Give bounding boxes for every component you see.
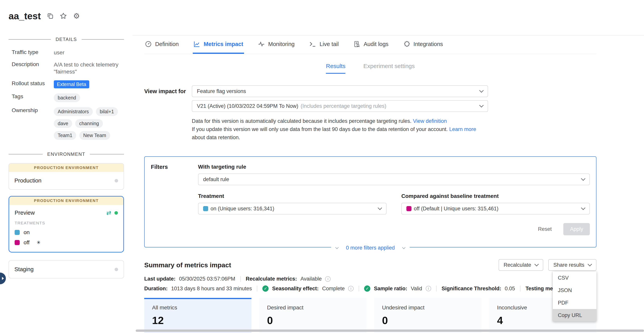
seasonality-label: Seasonality effect: [272, 286, 319, 292]
chevron-down-icon [581, 176, 586, 181]
treatment-off-label: off [24, 240, 30, 246]
significance-threshold-value: 0.05 [505, 286, 515, 292]
metric-summary-cards: All metrics 12 Desired impact 0 Undesire… [144, 298, 596, 333]
treatment-on-swatch [203, 206, 208, 211]
tab-label: Definition [155, 41, 179, 48]
star-icon[interactable] [60, 12, 67, 20]
divider [257, 286, 257, 292]
version-note-line1: Data for this version is automatically c… [192, 117, 488, 125]
view-impact-section: View impact for Feature flag versions V2… [144, 86, 596, 142]
filters-panel: Filters With targeting rule default rule… [144, 156, 596, 248]
recalculate-button[interactable]: Recalculate [498, 259, 543, 271]
summary-heading: Summary of metrics impact [144, 261, 231, 269]
learn-more-link[interactable]: Learn more [449, 126, 476, 132]
menu-item-csv[interactable]: CSV [553, 272, 596, 284]
targeting-rule-select[interactable]: default rule [198, 174, 590, 185]
subtab-experiment-settings[interactable]: Experiment settings [363, 63, 414, 74]
last-update-value: 05/30/2025 03:57:06PM [179, 276, 235, 282]
metric-card-value: 0 [382, 314, 474, 326]
version-select[interactable]: V21 (Active) (10/03/2022 04:59PM To Now)… [192, 100, 488, 112]
version-type-value: Feature flag versions [197, 88, 246, 94]
metrics-summary-section: Summary of metrics impact Recalculate Sh… [144, 259, 596, 333]
divider [240, 276, 241, 282]
info-icon[interactable]: i [348, 286, 354, 291]
tab-monitoring[interactable]: Monitoring [257, 36, 295, 54]
gear-icon[interactable]: ⚙ [73, 12, 80, 20]
copy-icon[interactable] [47, 13, 54, 19]
chevron-down-icon [534, 262, 539, 266]
divider [359, 286, 359, 292]
menu-item-copy-url[interactable]: Copy URL [553, 309, 596, 322]
reset-button[interactable]: Reset [538, 226, 552, 232]
last-update-label: Last update: [144, 276, 176, 282]
tab-definition[interactable]: Definition [144, 36, 180, 54]
field-traffic-type: Traffic type user [12, 49, 124, 56]
description-label: Description [12, 61, 54, 75]
owner-pill: dave [54, 119, 72, 128]
filters-heading: Filters [151, 164, 198, 235]
traffic-type-label: Traffic type [12, 49, 54, 56]
details-sidebar: DETAILS Traffic type user Description A/… [0, 35, 132, 333]
tab-metrics-impact[interactable]: Metrics impact [193, 36, 244, 54]
owner-pill: Team1 [54, 131, 76, 140]
menu-item-json[interactable]: JSON [553, 284, 596, 296]
swap-arrows-icon: ⇄ [106, 210, 111, 216]
note1-text: Data for this version is automatically c… [192, 118, 412, 124]
owner-pill: New Team [79, 131, 110, 140]
environment-name: Preview [14, 210, 35, 216]
targeting-rule-value: default rule [203, 176, 229, 182]
info-icon[interactable]: i [325, 276, 330, 282]
chevron-down-icon [581, 206, 586, 210]
metric-card-undesired-impact[interactable]: Undesired impact 0 [374, 298, 482, 333]
page-title: aa_test [8, 11, 41, 22]
tab-label: Metrics impact [204, 41, 243, 48]
menu-item-pdf[interactable]: PDF [553, 296, 596, 309]
tab-label: Integrations [414, 41, 443, 48]
share-results-label: Share results [553, 262, 584, 268]
chevron-down-icon [335, 246, 338, 249]
traffic-type-value: user [54, 49, 64, 56]
environment-card-production[interactable]: PRODUCTION ENVIRONMENT Production [8, 163, 124, 190]
chevron-down-icon [479, 103, 484, 108]
share-results-button[interactable]: Share results [548, 259, 596, 271]
info-icon[interactable]: i [426, 286, 431, 291]
seasonality-value: Complete [322, 286, 345, 292]
treatment-off-swatch [14, 240, 20, 245]
treatment-label: Treatment [198, 193, 386, 199]
tab-live-tail[interactable]: Live tail [308, 36, 339, 54]
targeting-rule-label: With targeting rule [198, 164, 590, 170]
environment-card-preview[interactable]: PRODUCTION ENVIRONMENT Preview ⇄ TREATME… [8, 196, 124, 252]
field-tags: Tags backend [12, 94, 124, 102]
environment-card-staging[interactable]: Staging [8, 260, 124, 278]
tab-audit-logs[interactable]: Audit logs [353, 36, 389, 54]
view-definition-link[interactable]: View definition [413, 118, 447, 124]
more-filters-toggle[interactable]: 0 more filters applied [331, 245, 410, 251]
status-dot [114, 268, 118, 271]
tab-label: Audit logs [364, 41, 388, 48]
baseline-treatment-label: Compared against baseline treatment [401, 193, 590, 199]
tags-label: Tags [12, 94, 54, 102]
version-type-select[interactable]: Feature flag versions [192, 86, 488, 97]
apply-button[interactable]: Apply [563, 223, 590, 235]
treatment-row-on: on [14, 229, 118, 236]
page-layout: DETAILS Traffic type user Description A/… [0, 35, 644, 333]
horizontal-scrollbar[interactable] [136, 330, 644, 332]
field-ownership: Ownership Administrators bilal+1 dave ch… [12, 107, 124, 140]
metric-card-label: Desired impact [267, 304, 359, 311]
tab-integrations[interactable]: Integrations [402, 36, 444, 54]
divider [520, 286, 520, 292]
treatment-select[interactable]: on (Unique users: 316,341) [198, 203, 386, 214]
metric-card-desired-impact[interactable]: Desired impact 0 [259, 298, 366, 333]
chevron-down-icon [479, 88, 484, 93]
recalculate-label: Recalculate [504, 262, 531, 268]
production-environment-banner: PRODUCTION ENVIRONMENT [9, 196, 124, 205]
details-fields: Traffic type user Description A/A test t… [8, 49, 124, 140]
status-dot-active [114, 211, 118, 215]
baseline-treatment-select[interactable]: off (Default | Unique users: 315,461) [401, 203, 590, 214]
main-content: Definition Metrics impact Monitoring Liv… [132, 35, 644, 333]
subtab-results[interactable]: Results [326, 63, 346, 74]
metric-card-all-metrics[interactable]: All metrics 12 [144, 298, 252, 333]
app-root: aa_test ⚙ DETAILS Traffic type user Desc… [0, 0, 644, 333]
results-subtabs: Results Experiment settings [144, 63, 596, 74]
duration-value: 1013 days 8 hours and 33 minutes [171, 286, 252, 292]
